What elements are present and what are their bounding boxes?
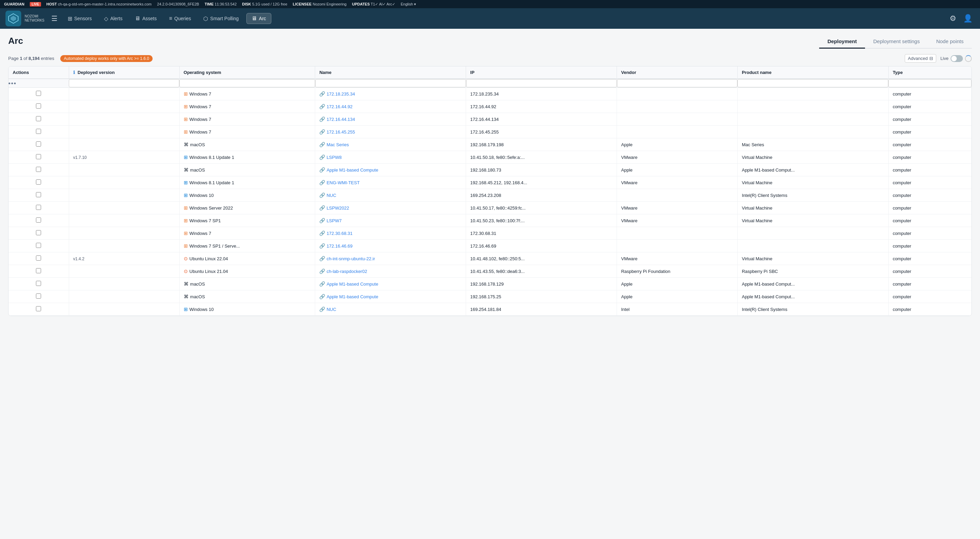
filter-vendor-input[interactable]	[617, 79, 738, 87]
row-checkbox-5[interactable]	[36, 154, 41, 159]
row-product-8: Intel(R) Client Systems	[737, 189, 888, 202]
hamburger-menu[interactable]: ☰	[51, 14, 57, 22]
filter-deployed-input[interactable]	[69, 79, 179, 87]
table-row: ⊞Windows 7 SP1 🔗LSPW7 10.41.50.23, fe80:…	[8, 214, 972, 227]
filter-type-input[interactable]	[888, 79, 972, 87]
row-checkbox-9[interactable]	[36, 205, 41, 210]
row-checkbox-14[interactable]	[36, 268, 41, 273]
row-type-7: computer	[888, 176, 972, 189]
row-vendor-11	[617, 227, 738, 240]
row-ip-14: 10.41.43.55, fe80::dea6:3...	[466, 265, 617, 278]
live-toggle-switch[interactable]	[951, 55, 963, 62]
filter-ip-input[interactable]	[466, 79, 617, 87]
row-checkbox-2[interactable]	[36, 116, 41, 121]
row-checkbox-13[interactable]	[36, 255, 41, 261]
tab-deployment-settings[interactable]: Deployment settings	[865, 36, 928, 49]
row-name-link-16[interactable]: Apple M1-based Compute	[326, 294, 378, 299]
live-label: Live	[940, 56, 948, 61]
row-name-link-10[interactable]: LSPW7	[326, 218, 342, 223]
row-checkbox-1[interactable]	[36, 104, 41, 108]
os-icon-13: ⊙	[184, 256, 188, 261]
nav-item-smart-polling[interactable]: ⬡ Smart Polling	[199, 13, 243, 24]
row-deployed-3	[69, 126, 179, 138]
tab-deployment[interactable]: Deployment	[819, 36, 865, 49]
row-checkbox-cell	[8, 240, 69, 252]
nav-item-arc[interactable]: 🖥 Arc	[247, 13, 271, 24]
row-checkbox-10[interactable]	[36, 217, 41, 223]
row-name-link-7[interactable]: ENG-WMI-TEST	[326, 180, 360, 185]
row-name-link-17[interactable]: NUC	[326, 307, 336, 312]
table-row: ⊞Windows Server 2022 🔗LSPW2022 10.41.50.…	[8, 202, 972, 214]
tab-node-points[interactable]: Node points	[928, 36, 972, 49]
version-info: 24.2.0-04130908_6FE2B	[157, 2, 199, 6]
row-name-link-1[interactable]: 172.16.44.92	[326, 104, 352, 109]
row-name-link-2[interactable]: 172.16.44.134	[326, 117, 355, 122]
row-name-17: 🔗NUC	[315, 303, 466, 316]
row-vendor-15: Apple	[617, 278, 738, 290]
row-checkbox-3[interactable]	[36, 129, 41, 134]
row-type-4: computer	[888, 138, 972, 151]
nav-item-sensors[interactable]: ⊞ Sensors	[63, 13, 97, 24]
row-checkbox-12[interactable]	[36, 243, 41, 248]
row-type-16: computer	[888, 290, 972, 303]
row-checkbox-4[interactable]	[36, 142, 41, 147]
row-checkbox-0[interactable]	[36, 91, 41, 96]
dot1	[8, 83, 10, 84]
settings-icon[interactable]: ⚙	[948, 12, 958, 25]
nav-label-assets: Assets	[142, 16, 157, 21]
filter-product-input[interactable]	[737, 79, 888, 87]
row-checkbox-17[interactable]	[36, 306, 41, 311]
row-product-3	[737, 126, 888, 138]
row-name-15: 🔗Apple M1-based Compute	[315, 278, 466, 290]
row-vendor-9: VMware	[617, 202, 738, 214]
row-name-link-0[interactable]: 172.18.235.34	[326, 91, 355, 97]
row-name-link-3[interactable]: 172.16.45.255	[326, 129, 355, 135]
row-name-link-9[interactable]: LSPW2022	[326, 206, 349, 210]
nav-label-queries: Queries	[174, 16, 191, 21]
row-product-2	[737, 113, 888, 126]
row-checkbox-6[interactable]	[36, 167, 41, 172]
row-checkbox-cell	[8, 100, 69, 113]
row-os-4: ⌘macOS	[179, 138, 315, 151]
user-icon[interactable]: 👤	[961, 12, 975, 25]
row-checkbox-11[interactable]	[36, 230, 41, 235]
row-product-6: Apple M1-based Comput...	[737, 164, 888, 176]
assets-table: Actions ℹ Deployed version Operating sys…	[8, 67, 972, 316]
language-selector[interactable]: English ▾	[401, 2, 416, 6]
name-link-icon-13: 🔗	[319, 256, 325, 261]
advanced-button[interactable]: Advanced ⊟	[905, 54, 936, 63]
os-icon-12: ⊞	[184, 243, 188, 249]
row-name-link-13[interactable]: ch-int-snmp-ubuntu-22.ir	[326, 256, 375, 261]
row-name-link-4[interactable]: Mac Series	[326, 142, 349, 147]
row-checkbox-15[interactable]	[36, 281, 41, 286]
row-checkbox-8[interactable]	[36, 192, 41, 197]
row-name-link-11[interactable]: 172.30.68.31	[326, 231, 352, 236]
row-name-link-6[interactable]: Apple M1-based Compute	[326, 167, 378, 172]
nav-item-alerts[interactable]: ◇ Alerts	[99, 13, 127, 24]
queries-icon: ≡	[169, 15, 172, 22]
row-checkbox-cell	[8, 138, 69, 151]
row-vendor-14: Raspberry Pi Foundation	[617, 265, 738, 278]
svg-marker-1	[11, 16, 16, 21]
row-name-link-14[interactable]: ch-lab-raspdocker02	[326, 269, 367, 274]
nav-item-assets[interactable]: 🖥 Assets	[130, 13, 162, 24]
row-os-11: ⊞Windows 7	[179, 227, 315, 240]
filter-os-input[interactable]	[179, 79, 315, 87]
os-icon-8: ⊞	[184, 193, 188, 198]
row-checkbox-16[interactable]	[36, 293, 41, 298]
row-os-8: ⊞Windows 10	[179, 189, 315, 202]
row-name-link-15[interactable]: Apple M1-based Compute	[326, 281, 378, 287]
th-type: Type	[888, 67, 972, 79]
nav-item-queries[interactable]: ≡ Queries	[164, 13, 196, 24]
table-row: v1.4.2 ⊙Ubuntu Linux 22.04 🔗ch-int-snmp-…	[8, 252, 972, 265]
row-ip-17: 169.254.181.84	[466, 303, 617, 316]
filter-name-input[interactable]	[315, 79, 466, 87]
row-type-2: computer	[888, 113, 972, 126]
three-dots-menu[interactable]	[8, 83, 69, 84]
row-name-link-8[interactable]: NUC	[326, 193, 336, 198]
row-name-link-12[interactable]: 172.16.46.69	[326, 244, 352, 249]
table-row: ⊞Windows 7 🔗172.16.44.92 172.16.44.92 co…	[8, 100, 972, 113]
row-checkbox-7[interactable]	[36, 179, 41, 185]
row-deployed-4	[69, 138, 179, 151]
row-name-link-5[interactable]: LSPW8	[326, 155, 342, 160]
